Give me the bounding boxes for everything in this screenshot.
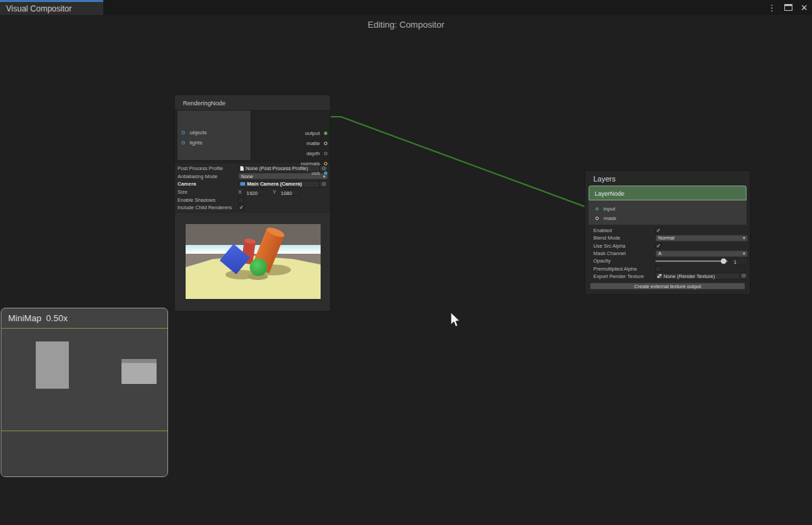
enabled-checkbox[interactable]: ✓ bbox=[655, 227, 661, 233]
include-child-renderers-checkbox[interactable]: ✓ bbox=[238, 204, 244, 211]
minimap-node-layer[interactable] bbox=[121, 359, 157, 384]
port-matte[interactable]: matte bbox=[306, 140, 327, 146]
port-label: depth bbox=[306, 150, 320, 157]
rendering-node[interactable]: RenderingNode objects lights output matt… bbox=[174, 94, 331, 312]
port-input[interactable]: input bbox=[595, 206, 615, 212]
mouse-cursor bbox=[447, 310, 462, 330]
asset-file-icon bbox=[240, 166, 244, 171]
size-vector-field: X 1920 Y 1080 bbox=[238, 189, 328, 196]
object-field-value: Main Camera (Camera) bbox=[247, 181, 317, 187]
x-axis-label: X bbox=[238, 189, 242, 195]
prop-mask-channel: Mask Channel A ▾ bbox=[593, 250, 750, 257]
layer-node-properties: Enabled ✓ Blend Mode Normal ▾ Use Src Al… bbox=[585, 225, 750, 280]
prop-enabled: Enabled ✓ bbox=[593, 227, 750, 234]
matte-port-icon[interactable] bbox=[324, 142, 327, 145]
kebab-menu-icon[interactable]: ⋮ bbox=[767, 3, 776, 12]
objects-port-icon[interactable] bbox=[182, 131, 185, 134]
dropdown-value: None bbox=[241, 173, 323, 179]
port-label: objects bbox=[190, 130, 207, 136]
prop-label: Mask Channel bbox=[593, 250, 655, 256]
port-mask[interactable]: mask bbox=[595, 215, 616, 221]
premultiplied-alpha-checkbox[interactable] bbox=[655, 266, 661, 272]
prop-label: Enable Shadows bbox=[178, 197, 238, 203]
prop-label: Export Render Texture bbox=[593, 273, 655, 279]
minimap-panel[interactable]: MiniMap 0.50x bbox=[1, 308, 168, 477]
blend-mode-dropdown[interactable]: Normal ▾ bbox=[655, 235, 748, 242]
minimap-title: MiniMap 0.50x bbox=[1, 308, 167, 328]
size-x-input[interactable]: 1920 bbox=[244, 189, 267, 196]
tab-visual-compositor[interactable]: Visual Compositor bbox=[0, 0, 103, 15]
prop-label: Size bbox=[178, 189, 238, 195]
object-picker-icon[interactable]: ⊙ bbox=[739, 273, 746, 279]
minimap-viewport-top-edge bbox=[1, 328, 167, 329]
port-normals[interactable]: normals bbox=[301, 161, 327, 167]
port-label: normals bbox=[301, 161, 320, 167]
export-render-texture-field[interactable]: None (Render Texture) ⊙ bbox=[655, 273, 748, 279]
camera-icon bbox=[240, 182, 245, 186]
chevron-down-icon: ▾ bbox=[742, 236, 745, 240]
mask-channel-dropdown[interactable]: A ▾ bbox=[655, 250, 748, 257]
maximize-icon[interactable] bbox=[784, 4, 792, 11]
port-label: uvs bbox=[312, 170, 320, 176]
port-uvs[interactable]: uvs bbox=[312, 170, 327, 176]
prop-label: Use Src Alpha bbox=[593, 243, 655, 249]
prop-include-child-renderers: Include Child Renderers ✓ bbox=[178, 204, 330, 212]
close-icon[interactable]: ✕ bbox=[801, 3, 808, 12]
chevron-down-icon: ▾ bbox=[742, 251, 745, 256]
layers-panel[interactable]: Layers LayerNode input mask Enabled ✓ Bl… bbox=[585, 170, 751, 295]
layers-panel-title: Layers bbox=[585, 171, 750, 186]
minimap-node-rendering[interactable] bbox=[36, 341, 69, 389]
minimap-outside-area bbox=[1, 431, 167, 477]
prop-label: Premultiplied Alpha bbox=[593, 266, 655, 272]
port-label: matte bbox=[306, 140, 320, 146]
prop-label: Antialiasing Mode bbox=[178, 173, 238, 179]
uvs-port-icon[interactable] bbox=[324, 171, 327, 175]
output-port-icon[interactable] bbox=[324, 132, 327, 135]
enable-shadows-checkbox[interactable] bbox=[238, 197, 244, 203]
y-axis-label: Y bbox=[273, 189, 276, 195]
depth-port-icon[interactable] bbox=[324, 152, 327, 155]
editing-status-label: Editing: Compositor bbox=[0, 20, 812, 30]
minimap-viewport-bottom-edge bbox=[1, 431, 167, 431]
camera-field[interactable]: Main Camera (Camera) ⊙ bbox=[238, 181, 328, 188]
port-label: output bbox=[305, 130, 320, 136]
prop-label: Opacity bbox=[593, 258, 655, 264]
use-src-alpha-checkbox[interactable]: ✓ bbox=[655, 243, 661, 249]
dropdown-value: A bbox=[658, 250, 742, 256]
render-texture-icon bbox=[657, 274, 661, 278]
normals-port-icon[interactable] bbox=[324, 162, 327, 165]
layer-node-header[interactable]: LayerNode bbox=[589, 186, 747, 200]
minimap-label: MiniMap bbox=[8, 313, 41, 323]
prop-export-render-texture: Export Render Texture None (Render Textu… bbox=[593, 273, 750, 280]
layer-node-ports: input mask bbox=[589, 200, 747, 225]
opacity-value-input[interactable]: 1 bbox=[730, 258, 748, 265]
opacity-slider-handle[interactable] bbox=[721, 258, 726, 264]
tab-title: Visual Compositor bbox=[6, 4, 72, 13]
port-label: lights bbox=[190, 140, 202, 146]
create-external-texture-output-button[interactable]: Create external texture output bbox=[590, 283, 745, 289]
prop-label: Include Child Renderers bbox=[178, 204, 238, 211]
prop-enable-shadows: Enable Shadows bbox=[178, 196, 330, 204]
rendering-node-ports: objects lights output matte depth normal… bbox=[175, 111, 330, 163]
prop-label: Post Process Profile bbox=[178, 165, 238, 171]
port-objects[interactable]: objects bbox=[182, 130, 207, 136]
object-field-value: None (Render Texture) bbox=[664, 273, 737, 279]
object-picker-icon[interactable]: ⊙ bbox=[319, 182, 326, 187]
size-y-input[interactable]: 1080 bbox=[278, 189, 301, 196]
rendering-node-title[interactable]: RenderingNode bbox=[175, 95, 330, 111]
port-label: mask bbox=[603, 215, 616, 221]
prop-label: Camera bbox=[178, 181, 238, 187]
input-port-icon[interactable] bbox=[595, 207, 599, 211]
camera-preview-image bbox=[186, 224, 321, 299]
prop-use-src-alpha: Use Src Alpha ✓ bbox=[593, 242, 750, 250]
port-output[interactable]: output bbox=[305, 130, 327, 136]
port-depth[interactable]: depth bbox=[306, 150, 327, 157]
lights-port-icon[interactable] bbox=[182, 141, 185, 144]
rendering-node-properties: Post Process Profile None (Post Process … bbox=[175, 163, 330, 212]
mask-port-icon[interactable] bbox=[595, 217, 599, 220]
prop-blend-mode: Blend Mode Normal ▾ bbox=[593, 234, 750, 242]
port-lights[interactable]: lights bbox=[182, 140, 202, 146]
prop-antialiasing-mode: Antialiasing Mode None ▾ bbox=[178, 173, 330, 181]
opacity-slider[interactable] bbox=[655, 260, 728, 262]
prop-label: Blend Mode bbox=[593, 235, 655, 241]
